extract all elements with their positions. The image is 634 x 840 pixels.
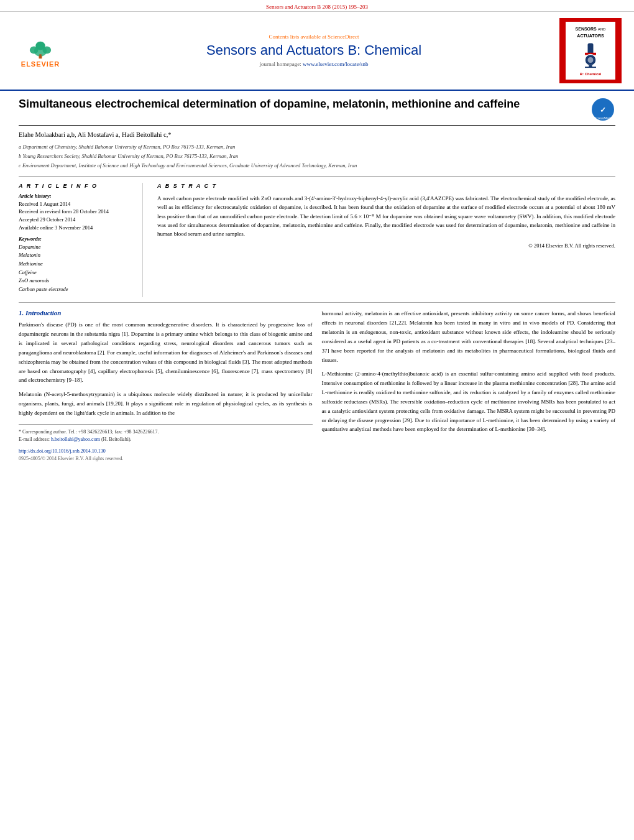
intro-paragraph-2: Melatonin (N-acetyl-5-methoxytryptamin) … [19, 390, 313, 418]
left-column: 1. Introduction Parkinson's disease (PD)… [19, 309, 313, 461]
keyword-6: Carbon paste electrode [19, 285, 142, 294]
sensors-logo-subtitle: B: Chemical [580, 72, 602, 76]
accepted-date: Accepted 29 October 2014 [19, 216, 142, 224]
authors-line: Elahe Molaakbari a,b, Ali Mostafavi a, H… [19, 131, 615, 140]
article-title-section: Simultaneous electrochemical determinati… [19, 97, 615, 126]
abstract-text: A novel carbon paste electrode modified … [157, 194, 615, 239]
abstract-column: A B S T R A C T A novel carbon paste ele… [157, 183, 615, 298]
email-note: E-mail address: h.beitollahi@yahoo.com (… [19, 436, 313, 443]
keywords-label: Keywords: [19, 236, 142, 242]
journal-center-header: Contents lists available at ScienceDirec… [68, 34, 559, 67]
keyword-2: Melatonin [19, 251, 142, 260]
elsevier-wordmark: ELSEVIER [21, 60, 60, 68]
affiliation-c: c Environment Department, Institute of S… [19, 162, 615, 170]
available-date: Available online 3 November 2014 [19, 224, 142, 232]
article-body: Simultaneous electrochemical determinati… [0, 91, 634, 468]
svg-rect-11 [585, 67, 596, 68]
footnote-section: * Corresponding author. Tel.: +98 342622… [19, 424, 313, 443]
article-info-abstract-section: A R T I C L E I N F O Article history: R… [19, 183, 615, 303]
sensors-actuators-logo-box: SENSORS andACTUATORS B: Chemical [559, 18, 622, 83]
sensors-logo-title: SENSORS andACTUATORS [576, 27, 606, 38]
email-name: (H. Beitollahi). [101, 436, 132, 442]
sensors-logo-inner: SENSORS andACTUATORS B: Chemical [566, 22, 615, 80]
elsevier-tree-icon [22, 40, 59, 59]
journal-homepage-link[interactable]: www.elsevier.com/locate/snb [303, 61, 368, 67]
email-label: E-mail address: [19, 436, 50, 442]
journal-reference-bar: Sensors and Actuators B 208 (2015) 195–2… [0, 0, 634, 12]
journal-title: Sensors and Actuators B: Chemical [68, 42, 559, 58]
doi-link[interactable]: http://dx.doi.org/10.1016/j.snb.2014.10.… [19, 448, 313, 454]
intro-section-title: 1. Introduction [19, 309, 313, 316]
affiliations-section: a Department of Chemistry, Shahid Bahona… [19, 143, 615, 176]
email-address: h.beitollahi@yahoo.com [51, 436, 100, 442]
crossmark-badge[interactable]: ✓ CrossMark [590, 97, 615, 122]
article-info-heading: A R T I C L E I N F O [19, 183, 142, 189]
article-history-section: Article history: Received 1 August 2014 … [19, 193, 142, 232]
abstract-copyright: © 2014 Elsevier B.V. All rights reserved… [157, 242, 615, 249]
main-content-section: 1. Introduction Parkinson's disease (PD)… [19, 309, 615, 461]
journal-ref-text: Sensors and Actuators B 208 (2015) 195–2… [266, 4, 368, 10]
corresponding-author-note: * Corresponding author. Tel.: +98 342622… [19, 428, 313, 436]
received-date: Received 1 August 2014 [19, 200, 142, 208]
footer-links: http://dx.doi.org/10.1016/j.snb.2014.10.… [19, 448, 313, 461]
svg-text:✓: ✓ [600, 106, 606, 114]
keyword-5: ZnO nanorods [19, 277, 142, 285]
sensors-logo-graphic [575, 40, 606, 68]
affiliation-a: a Department of Chemistry, Shahid Bahona… [19, 143, 615, 151]
intro-paragraph-1: Parkinson's disease (PD) is one of the m… [19, 320, 313, 385]
crossmark-icon: ✓ CrossMark [590, 97, 615, 122]
sciencedirect-text: Contents lists available at ScienceDirec… [68, 34, 559, 40]
right-column: hormonal activity, melatonin is an effec… [322, 309, 616, 461]
intro-paragraph-right-2: L-Methionine (2-amino-4-(methylthio)buta… [322, 369, 616, 434]
keywords-section: Keywords: Dopamine Melatonin Methionine … [19, 236, 142, 294]
history-label: Article history: [19, 193, 142, 199]
elsevier-logo: ELSEVIER [12, 34, 68, 68]
abstract-heading: A B S T R A C T [157, 183, 615, 189]
authors-text: Elahe Molaakbari a,b, Ali Mostafavi a, H… [19, 131, 172, 138]
svg-rect-5 [39, 54, 41, 58]
revised-date: Received in revised form 28 October 2014 [19, 208, 142, 216]
journal-homepage: journal homepage: www.elsevier.com/locat… [68, 61, 559, 67]
issn-copyright: 0925-4005/© 2014 Elsevier B.V. All right… [19, 456, 313, 461]
intro-paragraph-right-1: hormonal activity, melatonin is an effec… [322, 309, 616, 364]
affiliation-b: b Young Researchers Society, Shahid Baho… [19, 152, 615, 160]
svg-point-9 [588, 57, 594, 63]
svg-text:CrossMark: CrossMark [594, 116, 612, 120]
keyword-4: Caffeine [19, 269, 142, 277]
article-info-column: A R T I C L E I N F O Article history: R… [19, 183, 143, 298]
keyword-1: Dopamine [19, 243, 142, 252]
keyword-3: Methionine [19, 260, 142, 269]
svg-point-4 [35, 42, 45, 50]
article-title: Simultaneous electrochemical determinati… [19, 97, 590, 111]
journal-header: ELSEVIER Contents lists available at Sci… [0, 12, 634, 91]
